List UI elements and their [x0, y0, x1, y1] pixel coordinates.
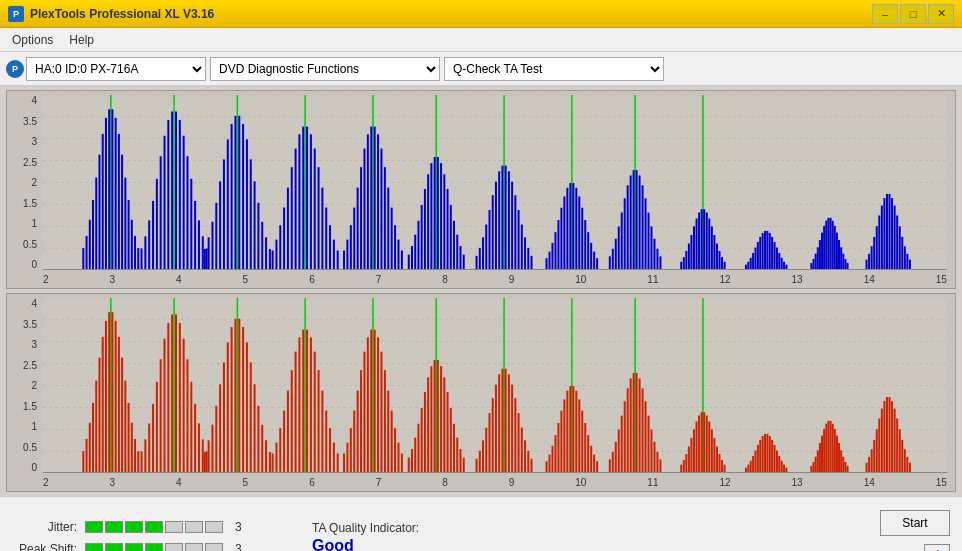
minimize-button[interactable]: – — [872, 4, 898, 24]
jitter-row: Jitter: 3 — [12, 520, 292, 534]
top-chart-inner — [43, 95, 947, 270]
top-chart-x-axis: 2 3 4 5 6 7 8 9 10 11 12 13 14 15 — [43, 270, 947, 288]
drive-selector-wrap: P HA:0 ID:0 PX-716A — [6, 57, 206, 81]
jitter-label: Jitter: — [12, 520, 77, 534]
peakshift-value: 3 — [235, 542, 242, 551]
peakshift-row: Peak Shift: 3 — [12, 542, 292, 551]
title-bar: P PlexTools Professional XL V3.16 – □ ✕ — [0, 0, 962, 28]
jitter-meter — [85, 521, 223, 533]
meter-segment — [185, 521, 203, 533]
peakshift-meter — [85, 543, 223, 551]
window-controls: – □ ✕ — [872, 4, 954, 24]
drive-select[interactable]: HA:0 ID:0 PX-716A — [26, 57, 206, 81]
top-chart-canvas — [43, 95, 947, 270]
meter-segment — [105, 521, 123, 533]
jitter-value: 3 — [235, 520, 242, 534]
top-chart-y-axis: 4 3.5 3 2.5 2 1.5 1 0.5 0 — [7, 95, 41, 270]
top-chart-container: 4 3.5 3 2.5 2 1.5 1 0.5 0 2 3 4 5 6 7 8 … — [6, 90, 956, 289]
ta-quality-value: Good — [312, 537, 354, 551]
bottom-chart-container: 4 3.5 3 2.5 2 1.5 1 0.5 0 2 3 4 5 6 7 8 … — [6, 293, 956, 492]
meter-segment — [185, 543, 203, 551]
meter-segment — [205, 543, 223, 551]
meter-segment — [145, 521, 163, 533]
meter-segment — [165, 521, 183, 533]
meter-segment — [145, 543, 163, 551]
menu-bar: Options Help — [0, 28, 962, 52]
bottom-chart-inner — [43, 298, 947, 473]
test-select[interactable]: Q-Check TA Test — [444, 57, 664, 81]
peakshift-label: Peak Shift: — [12, 542, 77, 551]
close-button[interactable]: ✕ — [928, 4, 954, 24]
ta-section: TA Quality Indicator: Good — [292, 521, 552, 551]
meter-segment — [125, 543, 143, 551]
meter-segment — [125, 521, 143, 533]
ta-quality-label: TA Quality Indicator: — [312, 521, 419, 535]
meter-segment — [205, 521, 223, 533]
start-button[interactable]: Start — [880, 510, 950, 536]
menu-options[interactable]: Options — [4, 30, 61, 50]
meter-segment — [85, 521, 103, 533]
window-title: PlexTools Professional XL V3.16 — [30, 7, 214, 21]
function-select[interactable]: DVD Diagnostic Functions — [210, 57, 440, 81]
main-content: 4 3.5 3 2.5 2 1.5 1 0.5 0 2 3 4 5 6 7 8 … — [0, 86, 962, 496]
toolbar: P HA:0 ID:0 PX-716A DVD Diagnostic Funct… — [0, 52, 962, 86]
bottom-chart-y-axis: 4 3.5 3 2.5 2 1.5 1 0.5 0 — [7, 298, 41, 473]
app-icon: P — [8, 6, 24, 22]
meter-segment — [85, 543, 103, 551]
info-button[interactable]: i — [924, 544, 950, 551]
device-icon: P — [6, 60, 24, 78]
title-bar-left: P PlexTools Professional XL V3.16 — [8, 6, 214, 22]
maximize-button[interactable]: □ — [900, 4, 926, 24]
right-section: Start i — [552, 510, 950, 551]
bottom-chart-canvas — [43, 298, 947, 473]
metrics-section: Jitter: 3 Peak Shift: 3 — [12, 520, 292, 551]
bottom-panel: Jitter: 3 Peak Shift: 3 TA Quality Indic… — [0, 496, 962, 551]
meter-segment — [105, 543, 123, 551]
bottom-chart-x-axis: 2 3 4 5 6 7 8 9 10 11 12 13 14 15 — [43, 473, 947, 491]
meter-segment — [165, 543, 183, 551]
menu-help[interactable]: Help — [61, 30, 102, 50]
